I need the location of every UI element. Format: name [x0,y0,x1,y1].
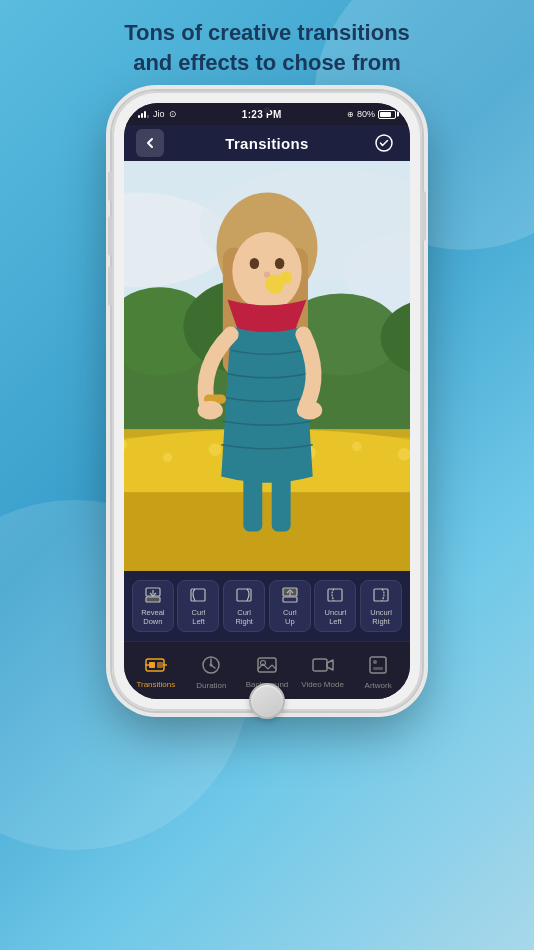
nav-title: Transitions [225,135,308,152]
wifi-icon: ⊙ [169,109,177,119]
svg-rect-47 [283,597,297,602]
home-button[interactable] [249,683,285,719]
svg-rect-42 [146,597,160,602]
svg-point-30 [250,258,259,269]
transition-uncurl-right[interactable]: UncurlRight [360,580,402,632]
tab-duration[interactable]: Duration [184,651,240,690]
transition-curl-right[interactable]: CurlRight [223,580,265,632]
svg-rect-63 [370,657,386,673]
svg-point-37 [198,401,223,420]
status-time: 1:23 PM [242,109,282,120]
mute-button [108,171,112,201]
transition-uncurl-left[interactable]: UncurlLeft [314,580,356,632]
transition-curl-left[interactable]: CurlLeft [177,580,219,632]
volume-up-button [108,216,112,256]
battery-icon [378,110,396,119]
uncurl-left-icon [326,587,344,605]
duration-tab-icon [201,655,221,678]
svg-point-34 [280,272,293,285]
tab-transitions-label: Transitions [136,680,175,689]
transition-reveal-down[interactable]: RevealDown [132,580,174,632]
svg-point-20 [209,444,222,457]
phone-shell: Jio ⊙ 1:23 PM ⊕ 80% Transitions [112,91,422,711]
svg-point-31 [275,258,284,269]
volume-down-button [108,266,112,306]
uncurl-right-label: UncurlRight [370,608,392,626]
svg-rect-52 [149,662,155,668]
transitions-tab-icon [145,656,167,677]
svg-point-38 [297,401,322,420]
battery-pct: 80% [357,109,375,119]
reveal-down-label: RevealDown [141,608,164,626]
curl-left-label: CurlLeft [192,608,206,626]
svg-rect-16 [124,493,410,572]
photo-preview [124,161,410,571]
tab-duration-label: Duration [196,681,226,690]
svg-point-23 [352,442,361,451]
svg-rect-40 [272,469,291,532]
curl-right-icon [235,587,253,605]
videomode-tab-icon [312,656,334,677]
curl-right-label: CurlRight [235,608,253,626]
status-left: Jio ⊙ [138,109,177,119]
status-bar: Jio ⊙ 1:23 PM ⊕ 80% [124,103,410,125]
svg-point-19 [163,453,172,462]
curl-up-icon [281,587,299,605]
phone-screen: Jio ⊙ 1:23 PM ⊕ 80% Transitions [124,103,410,699]
svg-point-59 [210,664,213,667]
svg-rect-39 [243,469,262,532]
check-button[interactable] [370,129,398,157]
reveal-down-icon [144,587,162,605]
uncurl-right-icon [372,587,390,605]
carrier-label: Jio [153,109,165,119]
power-button [422,191,426,241]
svg-rect-65 [373,667,383,670]
tab-transitions[interactable]: Transitions [128,652,184,689]
signal-icon [138,110,149,118]
page-header: Tons of creative transitions and effects… [84,0,450,91]
svg-point-64 [373,660,377,664]
artwork-tab-icon [368,655,388,678]
background-tab-icon [256,656,278,677]
status-right: ⊕ 80% [347,109,396,119]
back-button[interactable] [136,129,164,157]
transition-curl-up[interactable]: CurlUp [269,580,311,632]
svg-rect-49 [328,589,342,601]
nav-bar: Transitions [124,125,410,161]
tab-artwork-label: Artwork [365,681,392,690]
tab-videomode-label: Video Mode [301,680,344,689]
svg-rect-50 [374,589,388,601]
svg-point-24 [398,448,410,461]
tab-videomode[interactable]: Video Mode [295,652,351,689]
transition-strip: RevealDown CurlLeft Curl [124,571,410,641]
svg-rect-53 [157,662,163,668]
uncurl-left-label: UncurlLeft [325,608,347,626]
location-icon: ⊕ [347,110,354,119]
svg-rect-62 [313,659,327,671]
tab-artwork[interactable]: Artwork [350,651,406,690]
curl-left-icon [189,587,207,605]
curl-up-label: CurlUp [283,608,297,626]
